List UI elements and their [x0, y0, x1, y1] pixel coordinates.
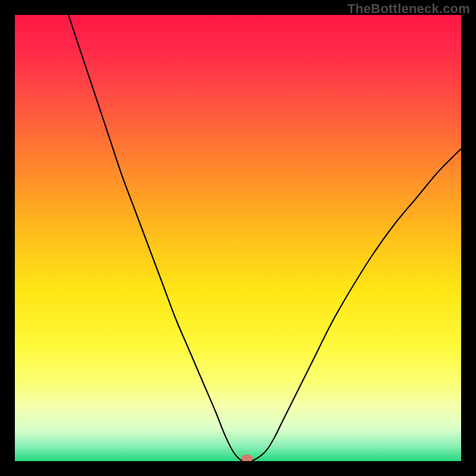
chart-frame: TheBottleneck.com	[0, 0, 476, 476]
bottleneck-plot	[15, 15, 461, 461]
plot-background	[15, 15, 461, 461]
watermark-text: TheBottleneck.com	[347, 1, 470, 17]
